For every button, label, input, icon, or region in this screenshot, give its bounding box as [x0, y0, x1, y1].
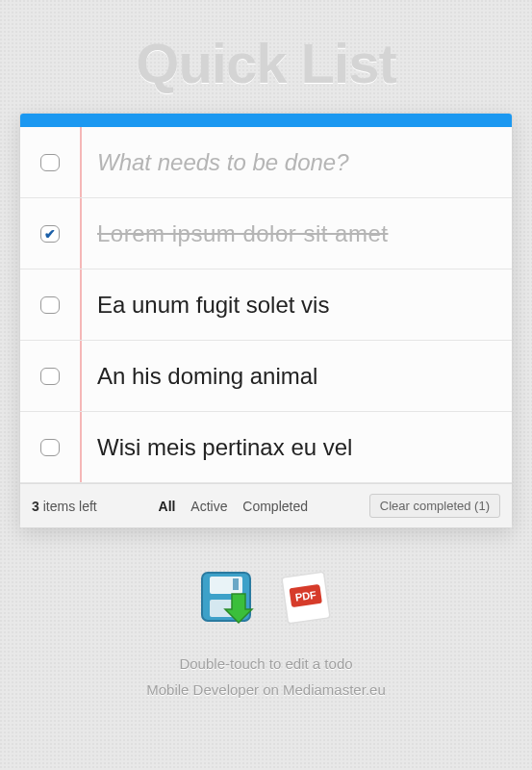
todo-text[interactable]: Lorem ipsum dolor sit amet [80, 220, 512, 247]
margin-line [80, 412, 82, 482]
app-title: Quick List [0, 0, 532, 113]
filter-active[interactable]: Active [190, 499, 227, 514]
save-floppy-icon[interactable] [196, 567, 258, 629]
todo-text[interactable]: Wisi meis pertinax eu vel [80, 434, 512, 461]
card-footer: 3 items left All Active Completed Clear … [20, 483, 512, 527]
todo-row: An his doming animal [20, 341, 512, 412]
edit-hint: Double-touch to edit a todo [0, 655, 532, 672]
margin-line [80, 270, 82, 340]
toggle-all-checkbox[interactable] [40, 154, 60, 171]
new-todo-row [20, 127, 512, 198]
todo-checkbox[interactable]: ✔ [40, 225, 60, 243]
items-left-counter: 3 items left [32, 499, 97, 514]
margin-line [80, 341, 82, 411]
clear-completed-button[interactable]: Clear completed (1) [369, 494, 500, 518]
filter-group: All Active Completed [97, 499, 369, 514]
todo-text[interactable]: Ea unum fugit solet vis [80, 292, 512, 319]
pdf-export-icon[interactable]: PDF [275, 567, 337, 629]
todo-checkbox[interactable] [40, 368, 60, 385]
todo-checkbox[interactable] [40, 439, 60, 456]
margin-line [80, 198, 82, 269]
todo-checkbox[interactable] [40, 296, 60, 314]
margin-line [80, 127, 82, 197]
todo-text[interactable]: An his doming animal [80, 363, 512, 390]
filter-all[interactable]: All [159, 499, 176, 514]
todo-row: Ea unum fugit solet vis [20, 270, 512, 341]
filter-completed[interactable]: Completed [242, 499, 308, 514]
new-todo-input[interactable] [97, 149, 512, 176]
svg-rect-4 [233, 578, 239, 590]
bottom-area: PDF Double-touch to edit a todo Mobile D… [0, 567, 532, 698]
todo-row: Wisi meis pertinax eu vel [20, 412, 512, 483]
footer-credit: Mobile Developer on Mediamaster.eu [0, 681, 532, 698]
todo-card: ✔ Lorem ipsum dolor sit amet Ea unum fug… [19, 113, 513, 528]
accent-bar [20, 114, 512, 127]
todo-row: ✔ Lorem ipsum dolor sit amet [20, 198, 512, 270]
check-icon: ✔ [44, 227, 56, 241]
